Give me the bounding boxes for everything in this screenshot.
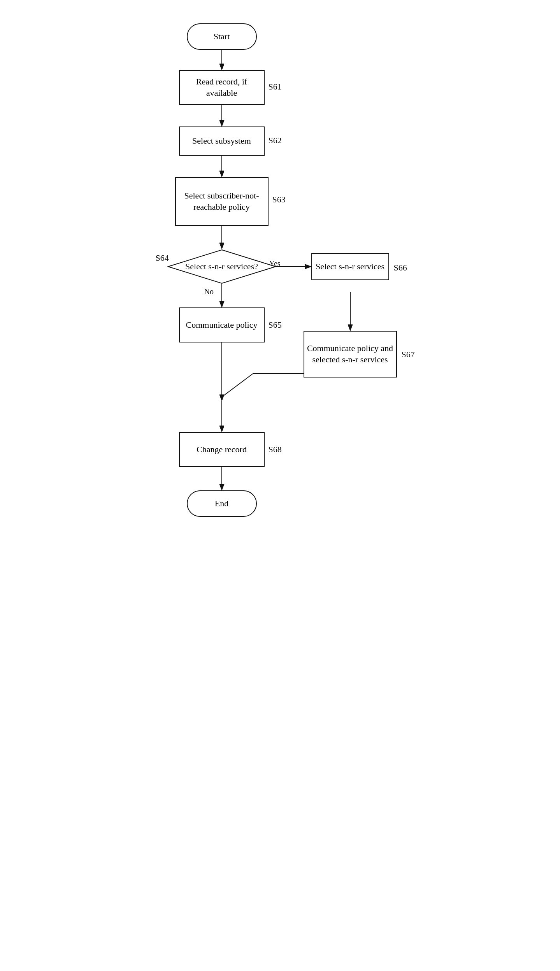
s62-step: S62	[269, 135, 282, 146]
s61-node: Read record, if available	[179, 70, 265, 105]
s66-step: S66	[394, 263, 407, 273]
yes-label: Yes	[269, 259, 281, 268]
s63-node: Select subscriber-not-reachable policy	[175, 177, 269, 226]
s64-diamond-container: Select s-n-r services?	[167, 249, 276, 284]
arrows-svg	[144, 16, 416, 950]
svg-marker-19	[219, 426, 224, 432]
s67-node: Communicate policy and selected s-n-r se…	[304, 331, 397, 378]
s61-label: Read record, if available	[180, 76, 264, 98]
start-label: Start	[214, 31, 230, 42]
s65-step: S65	[269, 320, 282, 330]
svg-marker-9	[219, 301, 224, 307]
svg-marker-17	[219, 395, 224, 401]
s64-label-text: Select s-n-r services?	[167, 249, 276, 284]
svg-marker-14	[348, 325, 353, 331]
svg-marker-3	[219, 120, 224, 126]
no-label: No	[204, 287, 214, 296]
s66-node: Select s-n-r services	[311, 253, 389, 280]
start-node: Start	[187, 23, 257, 50]
s65-node: Communicate policy	[179, 307, 265, 342]
svg-line-16	[222, 374, 253, 397]
s67-step: S67	[402, 349, 415, 360]
s62-label: Select subsystem	[192, 135, 251, 147]
s67-label: Communicate policy and selected s-n-r se…	[304, 343, 396, 365]
s62-node: Select subsystem	[179, 126, 265, 156]
svg-marker-7	[219, 243, 224, 249]
s68-step: S68	[269, 444, 282, 455]
s66-label: Select s-n-r services	[316, 261, 384, 272]
s63-label: Select subscriber-not-reachable policy	[176, 190, 268, 212]
s64-step: S64	[156, 253, 169, 263]
s63-step: S63	[272, 195, 286, 205]
svg-marker-1	[219, 64, 224, 70]
svg-marker-21	[219, 484, 224, 490]
s68-node: Change record	[179, 432, 265, 467]
s68-label: Change record	[197, 444, 247, 455]
s65-label: Communicate policy	[186, 320, 258, 331]
end-label: End	[215, 498, 228, 509]
s61-step: S61	[269, 82, 282, 92]
flowchart: Start Read record, if available S61 Sele…	[144, 16, 416, 950]
svg-marker-12	[305, 264, 311, 269]
end-node: End	[187, 490, 257, 517]
svg-marker-5	[219, 171, 224, 177]
